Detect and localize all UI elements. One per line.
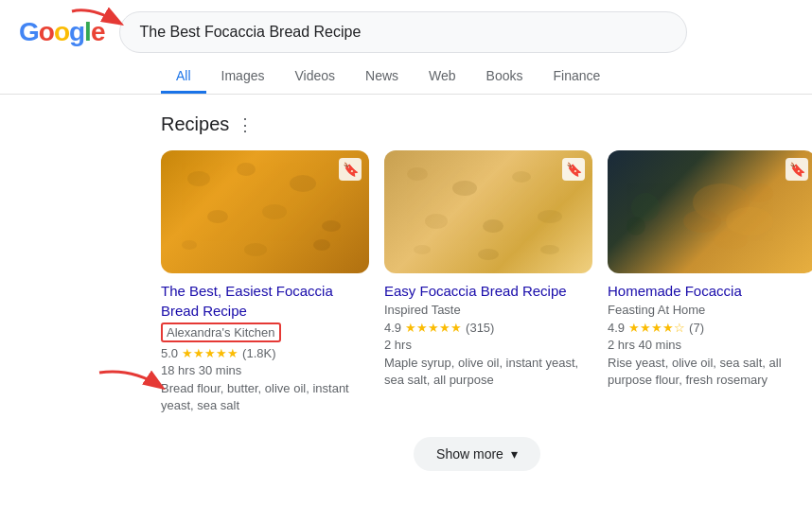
logo-letter-e: e	[91, 17, 105, 47]
search-input[interactable]: The Best Focaccia Bread Recipe	[119, 11, 687, 53]
recipes-header: Recipes ⋮	[161, 113, 793, 135]
rating-count-2: (315)	[466, 321, 494, 335]
search-bar-container: The Best Focaccia Bread Recipe	[119, 11, 687, 53]
recipe-cards-container: 🔖 The Best, Easiest Focaccia Bread Recip…	[161, 150, 793, 414]
rating-stars-3: ★★★★☆	[628, 321, 685, 335]
svg-point-6	[322, 220, 341, 232]
svg-point-17	[414, 245, 431, 254]
recipe-time-3: 2 hrs 40 mins	[608, 338, 812, 352]
rating-stars-1: ★★★★★	[182, 346, 238, 360]
show-more-label: Show more	[436, 446, 503, 462]
svg-point-9	[313, 239, 330, 251]
recipe-image-1[interactable]: 🔖	[161, 150, 369, 273]
bread-texture-1	[161, 150, 369, 273]
svg-point-19	[540, 245, 559, 254]
tab-images[interactable]: Images	[206, 61, 280, 94]
show-more-button[interactable]: Show more ▾	[414, 437, 540, 471]
recipe-source-3: Feasting At Home	[608, 303, 812, 317]
main-content: Recipes ⋮ 🔖	[0, 95, 812, 490]
recipe-time-2: 2 hrs	[384, 338, 592, 352]
recipe-source-label-1: Alexandra's Kitchen	[161, 323, 281, 342]
recipe-image-2[interactable]: 🔖	[384, 150, 592, 273]
logo-letter-g: G	[19, 17, 39, 47]
rating-stars-2: ★★★★★	[405, 321, 462, 335]
svg-point-5	[262, 204, 287, 219]
recipe-ingredients-2: Maple syrup, olive oil, instant yeast, s…	[384, 355, 592, 389]
recipe-card-1: 🔖 The Best, Easiest Focaccia Bread Recip…	[161, 150, 369, 414]
recipe-title-1[interactable]: The Best, Easiest Focaccia Bread Recipe	[161, 281, 369, 321]
show-more-wrapper: Show more ▾	[161, 437, 793, 471]
nav-tabs: All Images Videos News Web Books Finance	[0, 53, 812, 95]
recipe-image-3[interactable]: 🔖	[608, 150, 812, 273]
svg-point-4	[207, 210, 228, 223]
recipe-card-2: 🔖 Easy Focaccia Bread Recipe Inspired Ta…	[384, 150, 592, 414]
rating-count-1: (1.8K)	[242, 346, 275, 360]
recipes-section-title: Recipes	[161, 113, 229, 135]
svg-point-22	[683, 210, 721, 233]
google-logo[interactable]: G o o g l e	[19, 17, 104, 47]
bookmark-icon-3[interactable]: 🔖	[786, 158, 808, 181]
rating-number-3: 4.9	[608, 321, 625, 335]
recipe-time-1: 18 hrs 30 mins	[161, 363, 369, 377]
tab-news[interactable]: News	[350, 61, 414, 94]
recipe-source-1: Alexandra's Kitchen	[161, 321, 369, 342]
logo-letter-o2: o	[54, 17, 69, 47]
tab-books[interactable]: Books	[471, 61, 538, 94]
recipe-ingredients-3: Rise yeast, olive oil, sea salt, all pur…	[608, 355, 812, 389]
tab-web[interactable]: Web	[414, 61, 471, 94]
svg-point-7	[182, 240, 197, 250]
recipe-card-3: 🔖 Homemade Focaccia Feasting At Home 4.9…	[608, 150, 812, 414]
rating-number-1: 5.0	[161, 346, 178, 360]
tab-videos[interactable]: Videos	[279, 61, 350, 94]
tab-all[interactable]: All	[161, 61, 206, 94]
svg-point-3	[290, 175, 316, 192]
recipe-rating-1: 5.0 ★★★★★ (1.8K)	[161, 346, 369, 360]
svg-point-2	[237, 163, 256, 176]
recipes-more-icon[interactable]: ⋮	[237, 114, 254, 135]
svg-point-13	[512, 171, 531, 183]
svg-point-23	[745, 183, 773, 202]
svg-point-26	[627, 217, 645, 235]
bookmark-icon-2[interactable]: 🔖	[562, 158, 585, 181]
recipe-ingredients-1: Bread flour, butter, olive oil, instant …	[161, 380, 369, 414]
card1-arrow-indicator	[85, 358, 170, 406]
recipe-rating-2: 4.9 ★★★★★ (315)	[384, 321, 592, 335]
logo-letter-l: l	[84, 17, 91, 47]
header: G o o g l e The Best Focaccia Bread Reci…	[0, 0, 812, 53]
svg-point-16	[538, 210, 562, 223]
rating-number-2: 4.9	[384, 321, 401, 335]
svg-point-11	[407, 167, 428, 181]
logo-letter-g2: g	[69, 17, 84, 47]
bookmark-icon-1[interactable]: 🔖	[339, 158, 362, 181]
recipe-source-2: Inspired Taste	[384, 303, 592, 317]
svg-point-1	[187, 171, 210, 186]
svg-point-14	[425, 214, 448, 229]
bread-texture-3	[608, 150, 812, 273]
svg-point-18	[478, 249, 499, 260]
bread-texture-2	[384, 150, 592, 273]
chevron-down-icon: ▾	[511, 446, 518, 462]
svg-point-8	[244, 243, 267, 256]
svg-point-12	[452, 181, 477, 196]
svg-point-24	[714, 231, 748, 250]
recipe-title-2[interactable]: Easy Focaccia Bread Recipe	[384, 281, 592, 301]
tab-finance[interactable]: Finance	[538, 61, 616, 94]
svg-point-15	[483, 219, 503, 233]
rating-count-3: (7)	[689, 321, 704, 335]
recipe-rating-3: 4.9 ★★★★☆ (7)	[608, 321, 812, 335]
logo-letter-o1: o	[39, 17, 54, 47]
recipe-title-3[interactable]: Homemade Focaccia	[608, 281, 812, 301]
